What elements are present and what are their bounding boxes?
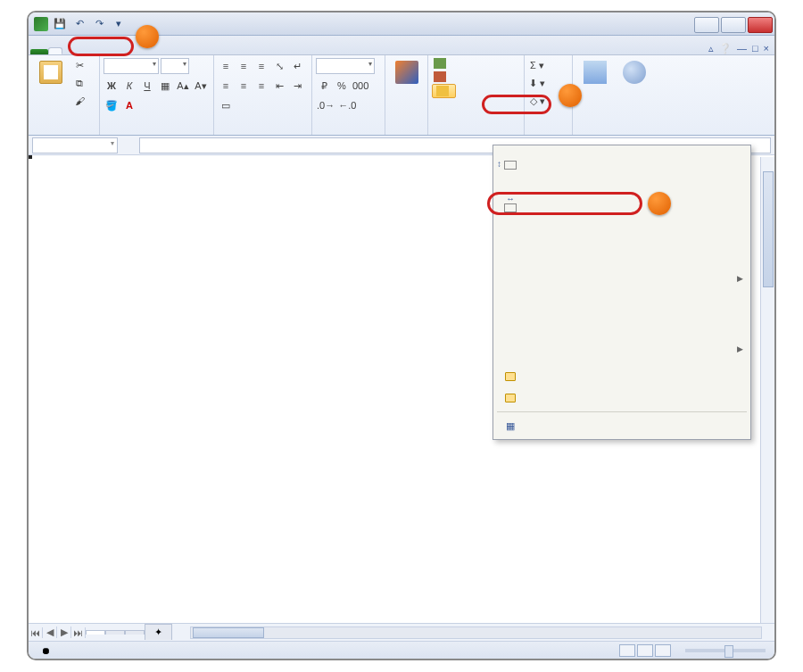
menu-default-width[interactable] — [493, 240, 750, 261]
sort-filter-button[interactable] — [576, 57, 614, 86]
maximize-button[interactable] — [721, 17, 746, 33]
zoom-slider[interactable] — [685, 649, 766, 652]
menu-row-height[interactable] — [493, 154, 750, 176]
delete-cells-button[interactable] — [432, 71, 456, 83]
orientation-icon[interactable]: ⤡ — [271, 58, 287, 74]
align-middle-icon[interactable]: ≡ — [236, 58, 252, 74]
format-painter-icon[interactable]: 🖌 — [71, 93, 87, 109]
mdi-close-icon[interactable]: × — [764, 43, 769, 54]
menu-column-width[interactable] — [493, 197, 750, 219]
minimize-button[interactable] — [694, 17, 719, 33]
copy-icon[interactable]: ⧉ — [71, 75, 87, 91]
redo-icon[interactable]: ↷ — [91, 16, 107, 32]
view-pagebreak-icon[interactable] — [655, 644, 671, 657]
underline-button[interactable]: Ч — [139, 78, 155, 94]
tab-abbyy[interactable] — [191, 47, 205, 54]
lock-icon — [505, 372, 516, 381]
border-button[interactable]: ▦ — [157, 78, 173, 94]
font-size-select[interactable] — [161, 58, 189, 74]
tab-review[interactable] — [120, 47, 134, 54]
vertical-scrollbar[interactable] — [760, 157, 774, 623]
tab-view[interactable] — [134, 47, 148, 54]
number-format-select[interactable] — [316, 58, 375, 74]
view-normal-icon[interactable] — [619, 644, 635, 657]
ribbon-minimize-icon[interactable]: ▵ — [708, 43, 714, 54]
inc-decimal-icon[interactable]: .0→ — [316, 97, 335, 113]
tab-home[interactable] — [48, 47, 62, 54]
vscroll-thumb[interactable] — [763, 171, 774, 287]
sheet-tab-1[interactable] — [86, 630, 105, 635]
sheet-new-button[interactable]: ✦ — [145, 624, 172, 640]
menu-protect-sheet[interactable] — [493, 366, 750, 387]
bold-button[interactable]: Ж — [103, 78, 120, 94]
align-bottom-icon[interactable]: ≡ — [253, 58, 269, 74]
tab-formulas[interactable] — [91, 47, 105, 54]
autosum-icon[interactable]: Σ ▾ — [528, 57, 546, 73]
qat-more-icon[interactable]: ▾ — [111, 16, 127, 32]
close-button[interactable] — [748, 17, 773, 33]
align-top-icon[interactable]: ≡ — [218, 58, 234, 74]
macro-record-icon[interactable]: ⏺ — [41, 645, 51, 656]
indent-inc-icon[interactable]: ⇥ — [289, 78, 305, 94]
marker-3 — [648, 192, 671, 215]
styles-button[interactable] — [389, 57, 424, 86]
file-tab[interactable] — [30, 49, 48, 54]
menu-autofit-row[interactable] — [493, 176, 750, 197]
italic-button[interactable]: К — [121, 78, 137, 94]
wrap-text-icon[interactable]: ↵ — [289, 58, 305, 74]
comma-icon[interactable]: 000 — [352, 78, 369, 94]
hscroll-thumb[interactable] — [193, 627, 264, 638]
sheet-nav-last[interactable]: ⏭ — [71, 627, 86, 638]
menu-rename-sheet[interactable] — [493, 295, 750, 317]
app-window: 💾 ↶ ↷ ▾ ▵ ❔ — □ × — [27, 11, 776, 660]
view-layout-icon[interactable] — [637, 644, 653, 657]
save-icon[interactable]: 💾 — [52, 16, 68, 32]
mdi-min-icon[interactable]: — — [737, 43, 747, 54]
tab-data[interactable] — [105, 47, 120, 54]
menu-move-copy-sheet[interactable] — [493, 317, 750, 338]
shrink-font-icon[interactable]: A▾ — [193, 78, 209, 94]
help-icon[interactable]: ❔ — [719, 43, 732, 54]
menu-hide-show[interactable]: ▶ — [493, 268, 750, 289]
sheet-tab-3[interactable] — [125, 630, 145, 635]
tab-layout[interactable] — [77, 47, 91, 54]
menu-tab-color[interactable]: ▶ — [493, 338, 750, 360]
percent-icon[interactable]: % — [334, 78, 350, 94]
tab-insert[interactable] — [62, 47, 77, 54]
paste-button[interactable] — [32, 57, 70, 86]
grow-font-icon[interactable]: A▴ — [175, 78, 191, 94]
fill-icon[interactable]: ⬇ ▾ — [528, 75, 546, 91]
menu-lock-cell[interactable] — [493, 387, 750, 409]
tab-foxit[interactable] — [177, 47, 191, 54]
dec-decimal-icon[interactable]: ←.0 — [337, 97, 357, 113]
marker-2 — [559, 84, 582, 107]
find-select-button[interactable] — [616, 57, 653, 86]
font-name-select[interactable] — [103, 58, 159, 74]
tab-developer[interactable] — [148, 47, 162, 54]
clear-icon[interactable]: ◇ ▾ — [528, 93, 546, 109]
cut-icon[interactable]: ✂ — [71, 57, 87, 73]
sheet-nav-prev[interactable]: ◀ — [43, 626, 57, 638]
insert-cells-button[interactable] — [432, 57, 456, 70]
font-color-button[interactable]: A — [121, 97, 137, 113]
mdi-max-icon[interactable]: □ — [752, 43, 758, 54]
tab-addins[interactable] — [162, 47, 177, 54]
format-cells-button[interactable] — [432, 84, 456, 98]
align-left-icon[interactable]: ≡ — [218, 78, 234, 94]
sheet-tab-bar: ⏮ ◀ ▶ ⏭ ✦ — [29, 623, 774, 641]
horizontal-scrollbar[interactable] — [190, 626, 762, 639]
name-box[interactable] — [32, 137, 118, 153]
menu-autofit-col[interactable] — [493, 219, 750, 240]
sheet-nav-first[interactable]: ⏮ — [29, 627, 43, 638]
menu-format-cells[interactable]: ▦ — [493, 415, 750, 436]
merge-button[interactable]: ▭ — [218, 97, 234, 113]
undo-icon[interactable]: ↶ — [71, 16, 87, 32]
align-center-icon[interactable]: ≡ — [236, 78, 252, 94]
indent-dec-icon[interactable]: ⇤ — [271, 78, 287, 94]
styles-icon — [395, 61, 418, 84]
fill-color-button[interactable]: 🪣 — [103, 97, 120, 113]
sheet-nav-next[interactable]: ▶ — [57, 626, 71, 638]
sheet-tab-2[interactable] — [105, 630, 125, 635]
align-right-icon[interactable]: ≡ — [253, 78, 269, 94]
currency-icon[interactable]: ₽ — [316, 78, 332, 94]
